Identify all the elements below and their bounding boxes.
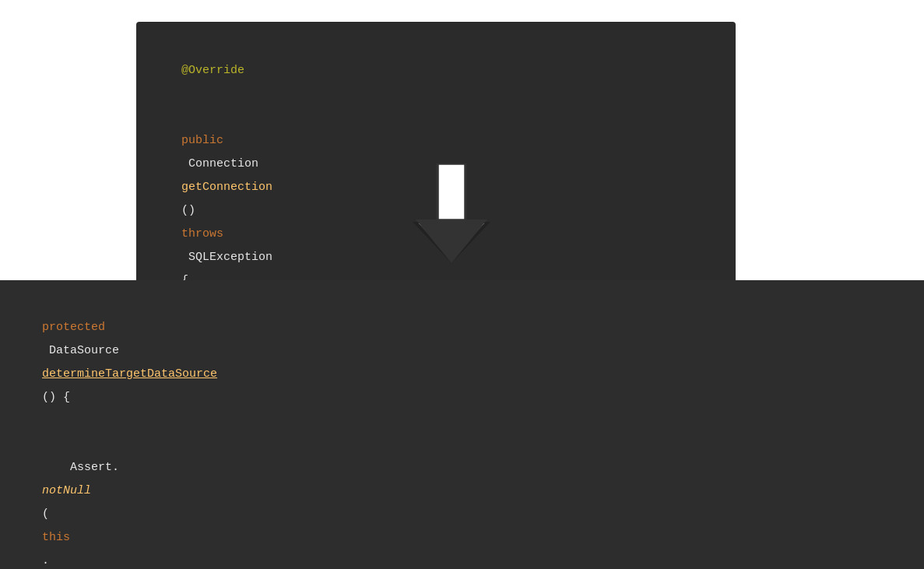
- keyword-public: public: [181, 134, 223, 147]
- type-connection: Connection: [181, 157, 265, 170]
- method-notnull: notNull: [42, 484, 91, 497]
- svg-marker-3: [416, 220, 487, 263]
- down-arrow: [413, 163, 490, 265]
- this-kw: this: [42, 531, 70, 544]
- arrow-container: [413, 163, 490, 265]
- method-determine-target: determineTargetDataSource: [42, 367, 217, 381]
- paren: (): [181, 204, 202, 217]
- svg-rect-5: [437, 163, 466, 220]
- bottom-line-2: Assert. notNull ( this . resolvedDataSou…: [14, 433, 924, 569]
- bottom-line-1: protected DataSource determineTargetData…: [14, 293, 924, 433]
- code-line-1: @Override: [153, 36, 718, 106]
- method-getconnection: getConnection: [181, 181, 272, 194]
- bottom-code-block: protected DataSource determineTargetData…: [0, 280, 924, 569]
- keyword-throws: throws: [181, 227, 223, 241]
- exception-type: SQLException: [181, 251, 279, 264]
- annotation: @Override: [181, 64, 244, 77]
- kw-protected: protected: [42, 321, 105, 334]
